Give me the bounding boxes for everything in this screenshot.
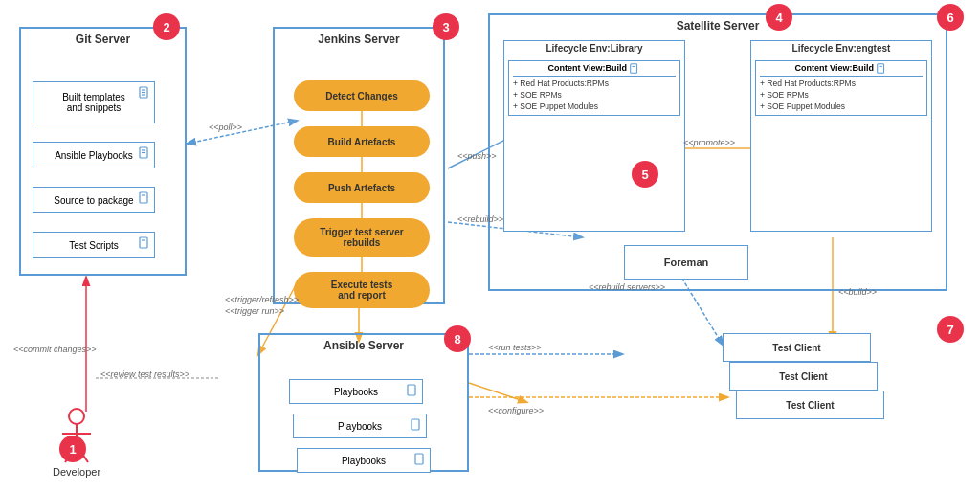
content-view-engtest-title: Content View:Build <box>760 63 923 77</box>
developer-label: Developer <box>53 466 100 478</box>
doc-icon-source <box>139 191 150 205</box>
git-server-box: Git Server Built templates and snippets … <box>19 27 187 276</box>
svg-rect-34 <box>415 454 423 464</box>
jenkins-execute-tests[interactable]: Execute tests and report <box>294 272 430 308</box>
circle-7: 7 <box>937 316 964 343</box>
label-rebuild: <<rebuild>> <box>457 214 503 224</box>
jenkins-push-artefacts[interactable]: Push Artefacts <box>294 172 430 203</box>
doc-icon-tests <box>139 236 150 250</box>
svg-rect-32 <box>408 385 415 395</box>
circle-2: 2 <box>153 13 180 40</box>
git-item-source: Source to package <box>33 187 155 213</box>
ansible-playbook-2: Playbooks <box>293 414 427 438</box>
circle-8: 8 <box>444 325 471 352</box>
library-content-items: + Red Hat Products:RPMs + SOE RPMs + SOE… <box>513 78 676 113</box>
satellite-server-title: Satellite Server <box>490 19 946 33</box>
svg-rect-33 <box>412 419 419 430</box>
jenkins-server-box: Jenkins Server Detect Changes Build Arte… <box>273 27 445 304</box>
label-promote: <<promote>> <box>683 138 735 147</box>
jenkins-connectors <box>275 29 447 306</box>
circle-6: 6 <box>937 4 964 31</box>
test-client-3: Test Client <box>736 391 884 419</box>
diagram: Git Server Built templates and snippets … <box>0 0 980 492</box>
circle-4: 4 <box>766 4 792 31</box>
svg-rect-28 <box>631 64 637 73</box>
label-poll: <<poll>> <box>209 123 242 132</box>
ansible-playbook-3: Playbooks <box>297 448 431 473</box>
doc-icon-pb1 <box>407 384 418 397</box>
ansible-playbook-1: Playbooks <box>289 379 423 404</box>
label-push: <<push>> <box>457 151 497 161</box>
jenkins-detect-changes[interactable]: Detect Changes <box>294 80 430 111</box>
lifecycle-library-title: Lifecycle Env:Library <box>504 41 684 56</box>
git-item-templates: Built templates and snippets <box>33 81 155 123</box>
label-commit-changes: <<commit changes>> <box>13 345 97 354</box>
circle-5: 5 <box>632 161 658 188</box>
engtest-content-items: + Red Hat Products:RPMs + SOE RPMs + SOE… <box>760 78 923 113</box>
content-view-engtest: Content View:Build + Red Hat Products:RP… <box>755 60 927 116</box>
lifecycle-engtest-title: Lifecycle Env:engtest <box>751 41 931 56</box>
foreman-box: Foreman <box>624 245 748 280</box>
git-item-tests: Test Scripts <box>33 232 155 258</box>
lifecycle-engtest-box: Lifecycle Env:engtest Content View:Build… <box>750 40 932 232</box>
content-view-library: Content View:Build + Red Hat Products:RP… <box>508 60 680 116</box>
jenkins-build-artefacts[interactable]: Build Artefacts <box>294 126 430 157</box>
doc-icon-pb2 <box>411 418 422 432</box>
test-client-1: Test Client <box>723 333 871 362</box>
jenkins-server-title: Jenkins Server <box>275 33 443 46</box>
label-review-test: <<review test results>> <box>100 369 189 379</box>
label-rebuild-servers: <<rebuild servers>> <box>589 282 665 292</box>
svg-point-35 <box>69 409 84 424</box>
doc-icon-playbooks <box>139 146 150 160</box>
ansible-server-box: Ansible Server Playbooks Playbooks Playb… <box>258 333 469 472</box>
test-client-2: Test Client <box>729 362 878 391</box>
lifecycle-library-box: Lifecycle Env:Library Content View:Build… <box>503 40 685 232</box>
doc-icon-pb3 <box>414 453 426 466</box>
label-trigger-run: <<trigger run>> <box>225 306 284 316</box>
label-run-tests: <<run tests>> <box>488 343 542 352</box>
svg-rect-22 <box>140 237 147 248</box>
svg-rect-20 <box>140 192 147 203</box>
jenkins-trigger-test[interactable]: Trigger test server rebuilds <box>294 218 430 257</box>
label-configure: <<configure>> <box>488 406 544 415</box>
content-view-library-title: Content View:Build <box>513 63 676 77</box>
doc-icon-templates <box>139 86 150 100</box>
circle-1: 1 <box>59 436 86 462</box>
svg-rect-30 <box>878 64 884 73</box>
label-trigger-refresh: <<trigger/refresh>> <box>225 295 299 304</box>
circle-3: 3 <box>433 13 459 40</box>
satellite-server-box: Satellite Server Lifecycle Env:Library C… <box>488 13 947 291</box>
label-build: <<build>> <box>838 287 877 297</box>
git-item-playbooks: Ansible Playbooks <box>33 142 155 168</box>
ansible-server-title: Ansible Server <box>260 339 467 352</box>
svg-line-7 <box>469 383 526 402</box>
